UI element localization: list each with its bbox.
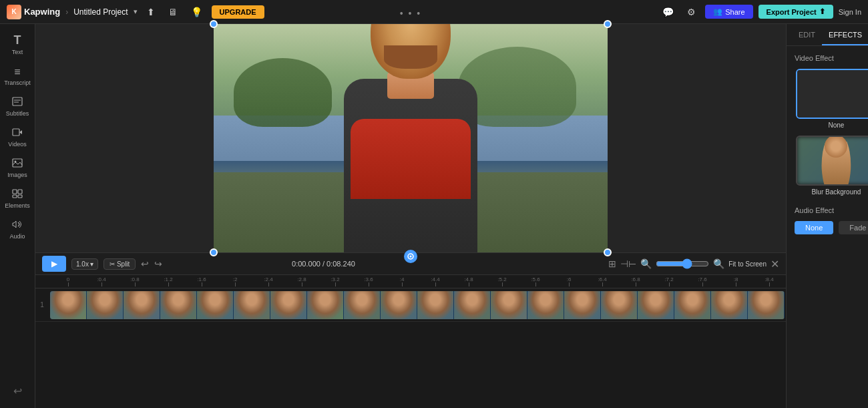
images-icon [12,158,23,170]
film-frame [307,291,344,319]
zoom-slider[interactable] [656,258,709,269]
play-button[interactable]: ▶ [42,256,66,272]
subtitles-icon [12,97,23,109]
effect-blur-bg[interactable]: Blur Background [795,136,868,196]
sidebar-item-subtitles[interactable]: Subtitles [0,93,35,121]
audio-fade-button[interactable]: Fade [839,221,868,234]
handle-bottom-left[interactable] [210,248,218,256]
right-panel: EDIT EFFECTS TRANSITIONS TIMING Video Ef… [786,24,868,408]
film-frame [638,291,674,319]
main-layout: T Text ≡ Transcript Subtitles [0,24,868,408]
sidebar-label-subtitles: Subtitles [6,110,29,117]
sidebar-item-videos[interactable]: Videos [0,124,35,152]
ruler-mark: :6 [552,276,586,286]
text-icon: T [14,33,21,47]
canvas-area: • • • [35,24,786,252]
canvas-timeline-wrapper: • • • ▶ 1.0x ▾ ✂ Split ↩ [35,24,786,408]
export-button[interactable]: Export Project ⬆ [758,5,833,19]
app-name: Kapwing [24,7,60,17]
share-icon: 👥 [713,7,722,16]
left-sidebar: T Text ≡ Transcript Subtitles [0,24,35,408]
sidebar-item-text[interactable]: T Text [0,29,35,59]
videos-icon [12,128,23,140]
tab-effects[interactable]: EFFECTS [822,24,868,45]
film-frame [564,291,601,319]
film-frame [124,291,160,319]
audio-none-button[interactable]: None [795,221,833,234]
sidebar-item-transcript[interactable]: ≡ Transcript [0,62,35,90]
ruler-mark: :2.4 [252,276,285,286]
audio-icon [12,220,23,232]
topbar: K Kapwing › Untitled Project ▾ ⬆ 🖥 💡 UPG… [0,0,868,24]
film-frame [711,291,748,319]
film-frame [748,291,785,319]
ruler-mark: :1.2 [152,276,185,286]
sidebar-item-elements[interactable]: Elements [0,185,35,213]
sidebar-item-audio[interactable]: Audio [0,216,35,244]
ruler-mark: :7.2 [652,276,686,286]
svg-rect-8 [18,190,22,194]
transform-handle[interactable] [404,250,417,263]
redo-timeline-button[interactable]: ↪ [154,258,162,269]
fit-screen-button[interactable]: Fit to Screen [728,260,767,268]
film-frame [160,291,197,319]
sidebar-item-images[interactable]: Images [0,154,35,182]
sidebar-label-transcript: Transcript [4,79,31,86]
ruler-marks: 0 :0.4 :0.8 :1.2 :1.6 :2 :2.4 :2.8 :3.2 … [51,275,786,288]
svg-point-12 [410,256,412,258]
speed-button[interactable]: 1.0x ▾ [71,258,98,270]
film-frame [601,291,638,319]
ruler-mark: :8.4 [752,276,786,286]
handle-bottom-right[interactable] [604,248,612,256]
track-number: 1 [35,301,49,309]
effect-none-thumb [796,69,868,119]
scissors-icon: ✂ [110,260,115,268]
upload-button[interactable]: ⬆ [143,5,159,19]
video-effect-title: Video Effect [795,54,868,62]
track-row-1: 1 [35,288,786,322]
settings-button[interactable]: ⚙ [683,5,700,19]
ruler-mark: :6.8 [619,276,652,286]
ruler-mark: :2.8 [285,276,318,286]
video-canvas[interactable]: • • • [214,24,608,252]
ruler-mark: :3.6 [352,276,385,286]
film-frame [491,291,527,319]
handle-top-left[interactable] [210,20,218,28]
monitor-button[interactable]: 🖥 [164,5,182,19]
logo-icon: K [7,5,21,19]
track-clip[interactable] [50,291,785,319]
effect-none[interactable]: None [795,69,868,129]
close-timeline-button[interactable]: ✕ [771,258,779,270]
chat-button[interactable]: 💬 [658,5,678,19]
sidebar-label-audio: Audio [9,233,25,240]
sidebar-label-text: Text [12,49,23,55]
ruler-mark: :1.6 [185,276,218,286]
ruler-mark: :6.4 [586,276,619,286]
undo-timeline-button[interactable]: ↩ [141,258,149,269]
handle-top-right[interactable] [604,20,612,28]
film-frame [50,291,87,319]
tab-edit[interactable]: EDIT [792,24,822,45]
split-button[interactable]: ✂ Split [103,258,136,270]
svg-rect-7 [13,190,17,194]
ruler-mark: :0.4 [85,276,118,286]
film-frame [417,291,454,319]
panel-tabs: EDIT EFFECTS TRANSITIONS TIMING [787,24,868,46]
film-frame [234,291,270,319]
export-icon: ⬆ [819,7,825,16]
elements-icon [12,189,23,201]
snap-icon: ⊞ [608,258,616,269]
speed-value: 1.0x [76,260,89,268]
signin-button[interactable]: Sign In [839,8,861,16]
video-frame [214,24,608,252]
speed-dropdown-icon: ▾ [90,260,93,268]
undo-button[interactable]: ↩ [13,385,22,403]
breadcrumb-sep: › [65,7,68,17]
share-button[interactable]: 👥 Share [705,5,752,19]
more-options-handle[interactable]: • • • [400,8,421,19]
bulb-button[interactable]: 💡 [187,5,206,19]
panel-content: Video Effect None [787,46,868,408]
project-dropdown-icon[interactable]: ▾ [134,7,138,16]
film-frame [270,291,307,319]
upgrade-button[interactable]: UPGRADE [212,5,264,19]
